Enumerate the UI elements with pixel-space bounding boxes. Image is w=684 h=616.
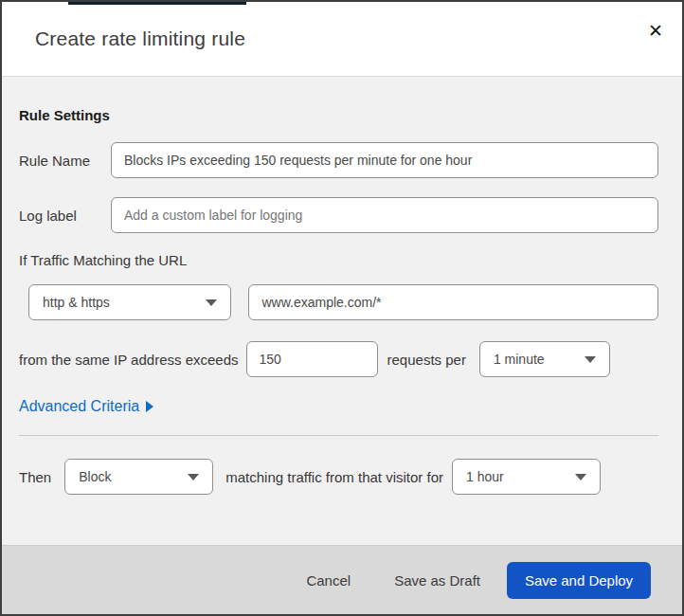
create-rate-limiting-rule-dialog: Create rate limiting rule ✕ Rule Setting… [0, 0, 684, 616]
log-label-row: Log label [19, 197, 658, 233]
traffic-match-heading: If Traffic Matching the URL [19, 252, 658, 268]
scheme-select[interactable]: http & https [28, 284, 231, 320]
dialog-title: Create rate limiting rule [35, 27, 245, 50]
close-icon[interactable]: ✕ [640, 15, 671, 45]
advanced-criteria-label: Advanced Criteria [19, 398, 139, 415]
top-accent-bar [68, 0, 246, 5]
chevron-down-icon [188, 474, 199, 480]
threshold-row: from the same IP address exceeds request… [19, 341, 658, 377]
url-match-row: http & https [19, 284, 658, 320]
log-label-input[interactable] [111, 197, 658, 233]
action-middle-label: matching traffic from that visitor for [225, 469, 443, 485]
then-label: Then [19, 469, 51, 485]
rule-name-label: Rule Name [19, 153, 111, 169]
rule-settings-heading: Rule Settings [19, 107, 658, 123]
chevron-down-icon [206, 299, 217, 306]
rule-name-row: Rule Name [19, 142, 658, 178]
dialog-body: Rule Settings Rule Name Log label If Tra… [2, 77, 682, 545]
save-as-draft-button[interactable]: Save as Draft [385, 565, 490, 596]
save-and-deploy-button[interactable]: Save and Deploy [507, 562, 651, 599]
threshold-prefix-label: from the same IP address exceeds [19, 352, 239, 368]
scheme-select-value: http & https [43, 295, 110, 310]
duration-select-value: 1 hour [466, 469, 504, 484]
action-select-value: Block [79, 469, 111, 484]
arrow-right-icon [146, 401, 153, 412]
chevron-down-icon [585, 356, 596, 363]
section-divider [19, 435, 658, 436]
log-label-label: Log label [19, 208, 111, 224]
advanced-criteria-link[interactable]: Advanced Criteria [19, 398, 153, 415]
action-row: Then Block matching traffic from that vi… [19, 459, 658, 495]
cancel-button[interactable]: Cancel [297, 565, 360, 596]
action-select[interactable]: Block [64, 459, 213, 495]
requests-per-label: requests per [387, 352, 466, 368]
url-pattern-input[interactable] [248, 284, 658, 320]
request-count-input[interactable] [246, 341, 378, 377]
period-select[interactable]: 1 minute [479, 341, 610, 377]
rule-name-input[interactable] [111, 142, 658, 178]
period-select-value: 1 minute [494, 352, 545, 367]
dialog-header: Create rate limiting rule ✕ [2, 2, 682, 77]
duration-select[interactable]: 1 hour [452, 459, 601, 495]
dialog-footer: Cancel Save as Draft Save and Deploy [2, 545, 682, 614]
chevron-down-icon [575, 474, 586, 480]
